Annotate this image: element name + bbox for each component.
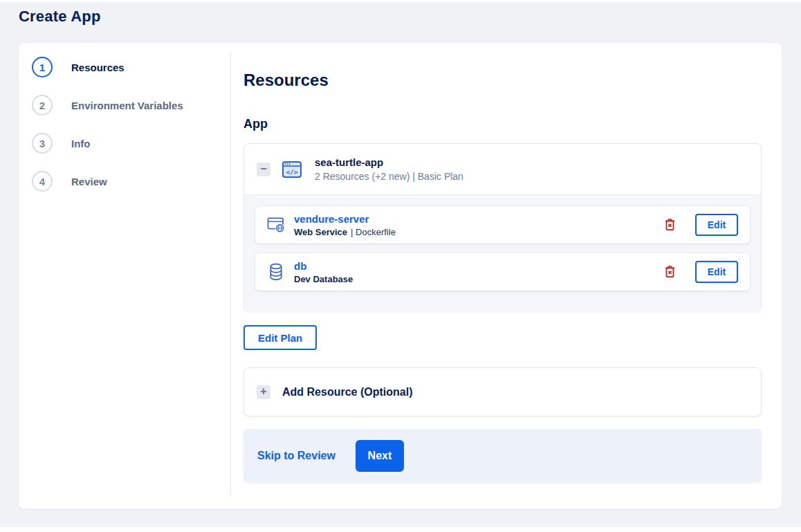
app-card-header: − </> sea-turtle-app 2 Resources (+2 new… — [244, 144, 761, 194]
app-summary: 2 Resources (+2 new) | Basic Plan — [315, 171, 463, 182]
resource-type: Web Service — [294, 227, 347, 237]
step-review[interactable]: 4 Review — [32, 171, 107, 192]
resource-detail: | Dockerfile — [351, 227, 396, 237]
resource-actions: Edit — [663, 261, 750, 283]
step-environment-variables[interactable]: 2 Environment Variables — [32, 95, 183, 116]
step-1-label: Resources — [71, 62, 125, 73]
step-3-label: Info — [71, 138, 91, 149]
edit-plan-button[interactable]: Edit Plan — [243, 325, 317, 350]
step-4-circle: 4 — [32, 171, 53, 192]
resource-name-link[interactable]: db — [294, 260, 356, 272]
resource-subtitle: Dev Database — [294, 274, 356, 284]
app-name: sea-turtle-app — [315, 156, 463, 168]
step-2-label: Environment Variables — [71, 100, 183, 111]
top-border-strip — [0, 0, 801, 2]
delete-resource-button[interactable] — [663, 217, 676, 232]
step-4-label: Review — [71, 176, 107, 187]
delete-resource-button[interactable] — [663, 264, 676, 279]
step-resources[interactable]: 1 Resources — [32, 57, 125, 77]
app-card: − </> sea-turtle-app 2 Resources (+2 new… — [243, 143, 762, 313]
collapse-app-button[interactable]: − — [257, 163, 270, 176]
database-icon — [265, 263, 287, 281]
app-section-label: App — [243, 117, 268, 131]
stepper-divider — [230, 52, 231, 495]
app-header-text: sea-turtle-app 2 Resources (+2 new) | Ba… — [315, 156, 463, 182]
edit-resource-button[interactable]: Edit — [695, 214, 738, 236]
resource-actions: Edit — [663, 214, 750, 236]
resource-text: vendure-server Web Service| Dockerfile — [294, 213, 396, 237]
content-heading: Resources — [243, 71, 329, 90]
trash-icon — [665, 219, 675, 231]
trash-icon — [665, 266, 675, 278]
add-resource-label: Add Resource (Optional) — [282, 386, 412, 398]
skip-to-review-link[interactable]: Skip to Review — [257, 450, 335, 462]
step-3-circle: 3 — [32, 133, 53, 154]
wizard-footer: Skip to Review Next — [243, 429, 762, 482]
create-app-wizard-card: 1 Resources 2 Environment Variables 3 In… — [19, 43, 782, 508]
step-2-circle: 2 — [32, 95, 53, 116]
resource-row-db: db Dev Database — [255, 253, 750, 291]
app-resources-list: vendure-server Web Service| Dockerfile — [244, 194, 761, 313]
svg-text:</>: </> — [286, 168, 298, 175]
edit-resource-button[interactable]: Edit — [695, 261, 738, 283]
resource-name-link[interactable]: vendure-server — [294, 213, 396, 225]
step-info[interactable]: 3 Info — [32, 133, 91, 154]
wizard-stepper: 1 Resources 2 Environment Variables 3 In… — [19, 43, 230, 508]
bottom-border-strip — [0, 527, 801, 532]
resource-row-vendure-server: vendure-server Web Service| Dockerfile — [255, 206, 750, 244]
next-button[interactable]: Next — [356, 440, 404, 472]
plus-icon: + — [257, 385, 270, 399]
app-code-icon: </> — [282, 159, 302, 180]
resource-subtitle: Web Service| Dockerfile — [294, 227, 396, 237]
step-1-circle: 1 — [32, 57, 53, 77]
web-service-icon — [265, 217, 287, 233]
page-title: Create App — [19, 8, 101, 26]
resource-text: db Dev Database — [294, 260, 356, 284]
add-resource-button[interactable]: + Add Resource (Optional) — [243, 367, 762, 416]
resource-type: Dev Database — [294, 274, 353, 284]
